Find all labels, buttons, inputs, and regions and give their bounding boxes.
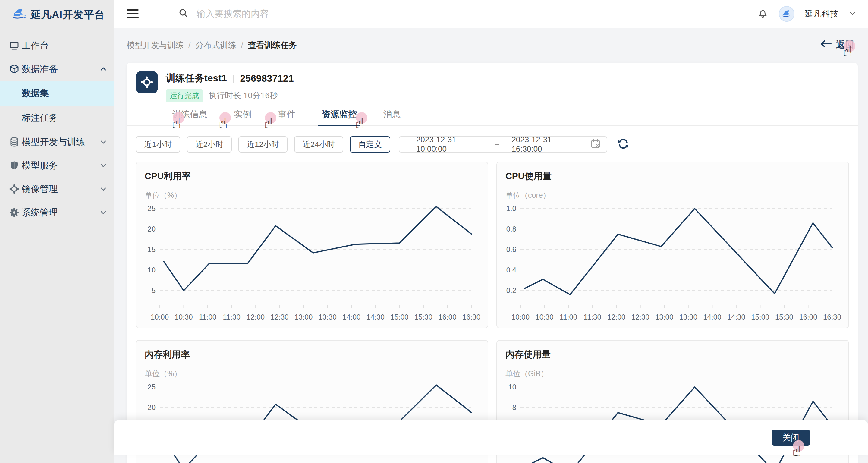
sidebar-item-label: 模型开发与训练 [22,136,85,148]
compass-icon [9,184,19,194]
date-end: 2023-12-31 16:30:00 [512,135,578,154]
tab-messages[interactable]: 消息 [383,109,401,125]
svg-text:25: 25 [147,204,156,213]
sidebar-item-label: 系统管理 [22,207,58,219]
svg-text:12:30: 12:30 [631,313,650,321]
sidebar-item-label: 工作台 [22,39,49,52]
svg-text:11:30: 11:30 [223,313,240,321]
chart-unit-label: 单位（%） [145,190,479,200]
task-name: 训练任务test1 [166,72,227,85]
breadcrumb-item[interactable]: 模型开发与训练 [127,40,184,51]
range-24h-button[interactable]: 近24小时 [294,136,343,153]
svg-text:16:00: 16:00 [799,313,817,321]
chart-line-series [164,207,471,290]
svg-text:0.8: 0.8 [506,225,516,233]
svg-text:10:00: 10:00 [151,313,169,321]
svg-text:11:00: 11:00 [560,313,577,321]
sidebar-nav: 工作台 数据准备 数据集 标注任务 模型开 [0,34,114,224]
breadcrumb-current: 查看训练任务 [248,40,297,51]
top-header: 输入要搜索的内容 延凡科技 [114,0,868,28]
svg-text:0.2: 0.2 [506,286,516,295]
chart-title: 内存利用率 [145,348,479,361]
chevron-down-icon[interactable] [849,10,856,18]
task-header: 训练任务test1 | 2569837121 运行完成 执行时长 10分16秒 [135,71,849,102]
breadcrumb-bar: 模型开发与训练 / 分布式训练 / 查看训练任务 返回 [114,28,868,63]
close-button[interactable]: 关闭 [772,430,810,445]
svg-text:15: 15 [147,245,156,253]
date-range-input[interactable]: 2023-12-31 10:00:00 ~ 2023-12-31 16:30:0… [399,136,607,153]
chart-title: 内存使用量 [505,348,840,361]
sidebar-item-model-dev[interactable]: 模型开发与训练 [0,130,114,154]
arrow-left-icon [820,39,832,50]
search-icon [178,8,189,20]
range-1h-button[interactable]: 近1小时 [135,136,180,153]
breadcrumb-item[interactable]: 分布式训练 [195,40,236,51]
svg-text:15:00: 15:00 [751,313,769,321]
sidebar-item-label: 模型服务 [22,159,58,172]
user-menu[interactable]: 延凡科技 [805,8,838,20]
chart-title: CPU利用率 [145,170,479,182]
svg-text:16:30: 16:30 [462,313,480,321]
chart-unit-label: 单位（core） [505,190,840,200]
main-area: 输入要搜索的内容 延凡科技 模型开发与训练 / 分布式训练 / [114,0,868,463]
tab-resource-monitor[interactable]: 资源监控 [322,109,357,125]
notification-bell-icon[interactable] [757,7,769,20]
tab-training-info[interactable]: 训练信息 [173,109,207,125]
svg-text:15:30: 15:30 [414,313,433,321]
database-icon [9,137,19,147]
svg-text:11:00: 11:00 [199,313,216,321]
back-button[interactable]: 返回 [820,38,854,51]
sidebar-item-data-prep[interactable]: 数据准备 [0,57,114,81]
task-compass-icon [135,71,158,93]
chart-cpu-usage: CPU使用量单位（core）1.00.80.60.40.210:0010:301… [496,161,849,328]
range-2h-button[interactable]: 近2小时 [187,136,231,153]
svg-text:20: 20 [147,225,156,233]
sidebar-item-system-mgmt[interactable]: 系统管理 [0,201,114,224]
shield-icon [9,160,19,171]
svg-text:13:00: 13:00 [655,313,673,321]
sidebar-item-workbench[interactable]: 工作台 [0,34,114,57]
time-filter-bar: 近1小时 近2小时 近12小时 近24小时 自定义 2023-12-31 10:… [135,136,849,153]
task-duration: 执行时长 10分16秒 [209,90,278,101]
status-badge: 运行完成 [166,89,203,102]
svg-text:12:00: 12:00 [607,313,625,321]
svg-text:12:30: 12:30 [271,313,289,321]
sidebar-item-model-service[interactable]: 模型服务 [0,154,114,177]
chart-unit-label: 单位（%） [145,369,479,379]
date-start: 2023-12-31 10:00:00 [416,135,483,154]
task-detail-card: 训练任务test1 | 2569837121 运行完成 执行时长 10分16秒 … [127,63,858,463]
refresh-icon[interactable] [617,137,629,151]
sidebar-item-label: 数据集 [22,87,49,99]
global-search[interactable]: 输入要搜索的内容 [178,8,757,20]
menu-toggle-icon[interactable] [127,9,138,19]
search-input[interactable]: 输入要搜索的内容 [196,8,269,20]
chevron-down-icon [99,161,107,169]
svg-text:8: 8 [513,403,516,411]
breadcrumb-separator: / [241,41,244,50]
svg-text:14:30: 14:30 [727,313,745,321]
sidebar-item-dataset[interactable]: 数据集 [0,81,114,105]
svg-text:0.6: 0.6 [506,245,516,253]
calendar-icon [590,138,601,151]
chart-cpu-utilization: CPU利用率单位（%）25201510510:0010:3011:0011:30… [135,161,488,328]
breadcrumb: 模型开发与训练 / 分布式训练 / 查看训练任务 [127,40,297,51]
date-tilde: ~ [495,140,499,149]
svg-text:13:00: 13:00 [294,313,313,321]
bottom-action-bar: 关闭 [114,420,868,455]
task-id: 2569837121 [240,73,294,84]
chevron-up-icon [99,65,107,73]
task-separator: | [232,73,235,84]
svg-text:10:00: 10:00 [512,313,530,321]
tab-events[interactable]: 事件 [278,109,296,125]
tab-instances[interactable]: 实例 [234,109,251,125]
sidebar-item-label: 标注任务 [22,112,58,124]
svg-text:15:30: 15:30 [775,313,793,321]
avatar[interactable] [779,6,795,22]
svg-text:11:30: 11:30 [584,313,601,321]
range-12h-button[interactable]: 近12小时 [239,136,287,153]
sidebar: 延凡AI开发平台 工作台 数据准备 数据集 [0,0,114,463]
range-custom-button[interactable]: 自定义 [350,136,390,153]
sidebar-item-annotation-task[interactable]: 标注任务 [0,105,114,130]
sidebar-item-image-mgmt[interactable]: 镜像管理 [0,177,114,201]
cube-icon [9,64,19,74]
